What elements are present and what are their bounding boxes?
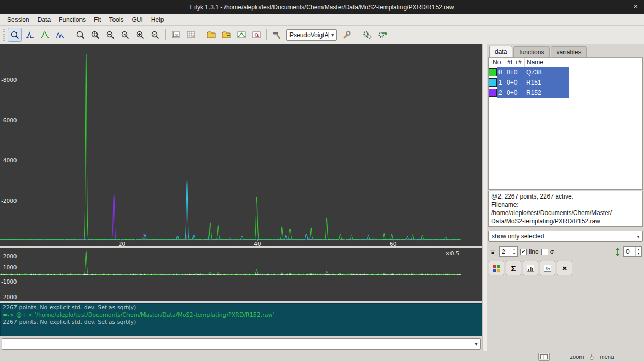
plot-style-button[interactable]: [184, 28, 198, 42]
svg-text:e: e: [175, 32, 178, 37]
save-session-button[interactable]: [249, 28, 263, 42]
color-swatch[interactable]: [489, 68, 497, 76]
menu-item-help[interactable]: Help: [147, 14, 168, 25]
main-plot-area[interactable]: -8000-6000-4000-2000204060: [0, 44, 482, 246]
spinner-arrows[interactable]: ▴▾: [511, 247, 517, 256]
axes-config-button[interactable]: e: [169, 28, 183, 42]
toolbar: ↕ ◂ ▸ e PseudoVoigtA ▾: [0, 26, 644, 44]
close-icon: ×: [562, 264, 567, 272]
line-checkbox[interactable]: ✔ line: [520, 248, 539, 255]
aux-tick-label: -1000: [1, 264, 17, 270]
panel-splitter[interactable]: [482, 44, 487, 351]
add-peak-mode-button[interactable]: [38, 28, 52, 42]
command-input[interactable]: [2, 339, 472, 349]
y-tick-label: -6000: [1, 117, 17, 123]
color-swatch[interactable]: [489, 78, 497, 87]
sidebar: datafunctionsvariables No#F+#Name 00+0Q7…: [487, 44, 644, 351]
axes-icon: e: [171, 30, 181, 40]
log-button[interactable]: ln: [540, 261, 555, 275]
transform-button[interactable]: [523, 261, 538, 275]
tab-functions[interactable]: functions: [513, 46, 550, 57]
zoom-next-button[interactable]: ▸: [148, 28, 162, 42]
close-button[interactable]: ×: [633, 2, 638, 10]
command-combobox[interactable]: ▾: [2, 338, 481, 350]
table-row[interactable]: 00+0Q738: [489, 67, 642, 77]
aux-plot[interactable]: -2000-1000-1000-2000×0.5: [0, 248, 482, 301]
data-points-icon: [25, 30, 35, 40]
toolbar-grip[interactable]: [3, 29, 5, 41]
zoom-label: zoom: [570, 354, 584, 360]
add-function-mode-button[interactable]: [53, 28, 67, 42]
main-plot[interactable]: -8000-6000-4000-2000204060: [0, 44, 482, 246]
menubar: SessionDataFunctionsFitToolsGUIHelp: [0, 14, 644, 26]
sum-button[interactable]: Σ: [506, 261, 521, 275]
shift-spinner[interactable]: 0 ▴▾: [623, 246, 642, 257]
zoom-mode-button[interactable]: [8, 28, 22, 42]
zoom-all-button[interactable]: [73, 28, 87, 42]
y-tick-label: -2000: [1, 198, 17, 204]
menu-item-gui[interactable]: GUI: [127, 14, 147, 25]
cell-name: R152: [525, 88, 569, 98]
open-data-button[interactable]: [204, 28, 218, 42]
point-size-spinner[interactable]: 2 ▴▾: [499, 246, 518, 257]
command-history-arrow-icon[interactable]: ▾: [472, 341, 480, 347]
table-row[interactable]: 10+0R151: [489, 77, 642, 88]
sigma-icon: Σ: [511, 264, 516, 273]
data-table-body: 00+0Q73810+0R15120+0R152: [489, 67, 642, 98]
menu-label: menu: [600, 354, 614, 360]
cell-no: 2: [497, 88, 505, 98]
peak-type-dropdown[interactable]: PseudoVoigtA ▾: [286, 29, 337, 41]
aux-tick-label: -2000: [1, 253, 17, 259]
point-size-value: 2: [500, 247, 511, 256]
info-line: Data title: R152: [491, 225, 640, 227]
sidebar-tabs: datafunctionsvariables: [488, 45, 643, 58]
menu-item-session[interactable]: Session: [3, 14, 34, 25]
spinner-arrows[interactable]: ▴▾: [635, 247, 641, 256]
zoom-out-icon: [106, 30, 115, 40]
open-session-button[interactable]: [219, 28, 233, 42]
svg-text:◂: ◂: [123, 32, 125, 37]
export-image-button[interactable]: [234, 28, 248, 42]
hand-pointer-icon: [589, 353, 594, 360]
titlebar[interactable]: Fityk 1.3.1 - /home/aleplo/test/Document…: [0, 0, 644, 14]
run-script-button[interactable]: [270, 28, 284, 42]
x-tick-label: 60: [390, 241, 396, 246]
data-table[interactable]: No#F+#Name 00+0Q73810+0R15120+0R152: [488, 58, 643, 190]
statusbar-config-button[interactable]: [538, 353, 550, 361]
tab-data[interactable]: data: [489, 46, 512, 57]
filter-dropdown[interactable]: show only selected ▾: [488, 231, 643, 242]
zoom-out-button[interactable]: [103, 28, 117, 42]
info-line: Filename: /home/aleplo/test/Documents/Ch…: [491, 201, 640, 217]
data-info: @2: 2267 points, 2267 active.Filename: /…: [488, 191, 643, 227]
menu-item-data[interactable]: Data: [34, 14, 55, 25]
define-function-button[interactable]: [340, 28, 353, 42]
menu-item-fit[interactable]: Fit: [90, 14, 105, 25]
zoom-prev-button[interactable]: ◂: [118, 28, 132, 42]
row-selection: 20+0R152: [497, 88, 569, 98]
menu-item-functions[interactable]: Functions: [55, 14, 90, 25]
zoom-vertical-button[interactable]: ↕: [88, 28, 102, 42]
zoom-next-icon: ▸: [151, 30, 160, 40]
menu-item-tools[interactable]: Tools: [105, 14, 127, 25]
delete-button[interactable]: ×: [557, 261, 572, 275]
main-content: -8000-6000-4000-2000204060 -2000-1000-10…: [0, 44, 644, 351]
data-range-mode-button[interactable]: [23, 28, 37, 42]
aux-scale-label: ×0.5: [445, 250, 459, 257]
sigma-checkbox[interactable]: σ: [541, 248, 554, 255]
filter-value: show only selected: [489, 233, 634, 240]
color-swatch[interactable]: [489, 89, 497, 97]
tab-variables[interactable]: variables: [551, 46, 587, 57]
aux-plot-area[interactable]: -2000-1000-1000-2000×0.5: [0, 248, 482, 301]
cell-no: 0: [497, 67, 505, 77]
point-size-icon: [489, 248, 496, 256]
column-header-0: No: [489, 58, 505, 67]
output-console[interactable]: 2267 points. No explicit std. dev. Set a…: [0, 303, 482, 336]
fit-settings-button[interactable]: [375, 28, 389, 42]
fit-run-button[interactable]: [360, 28, 374, 42]
window-title: Fityk 1.3.1 - /home/aleplo/test/Document…: [190, 4, 454, 11]
colors-button[interactable]: [489, 261, 504, 275]
zoom-in-button[interactable]: [133, 28, 147, 42]
table-row[interactable]: 20+0R152: [489, 88, 642, 98]
row-selection: 10+0R151: [497, 77, 569, 88]
info-line: Data/MoS2-templating/PXRD/R152.raw: [491, 217, 640, 225]
